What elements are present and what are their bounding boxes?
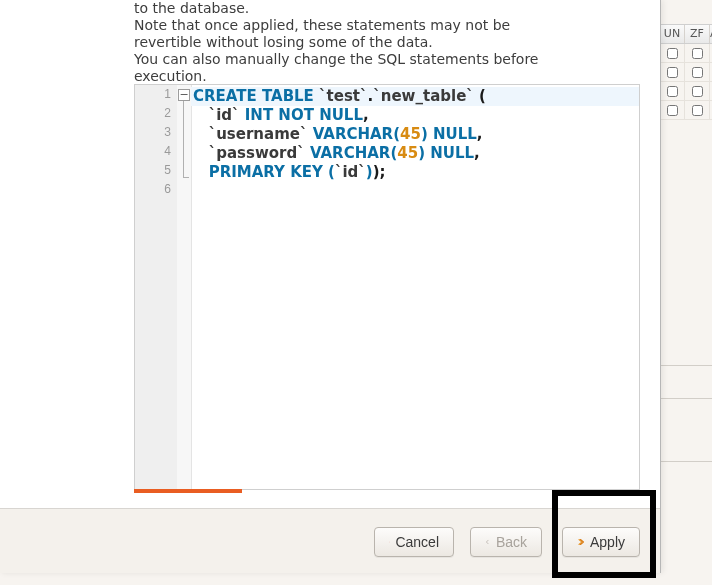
dialog-description: to the database. Note that once applied,… [134, 0, 638, 85]
apply-button[interactable]: Apply [562, 527, 640, 557]
dialog-button-bar: Cancel Back Apply [0, 508, 660, 573]
flag-checkbox[interactable] [667, 67, 678, 78]
flag-checkbox[interactable] [667, 105, 678, 116]
line-number: 6 [135, 180, 177, 199]
code-line [191, 182, 639, 201]
info-line: execution. [134, 68, 638, 85]
apply-icon [577, 535, 584, 549]
code-line: `username` VARCHAR(45) NULL, [191, 125, 639, 144]
flag-checkbox[interactable] [692, 105, 703, 116]
bg-separator [660, 398, 712, 399]
line-number: 5 [135, 161, 177, 180]
code-line: `password` VARCHAR(45) NULL, [191, 144, 639, 163]
grid-row [660, 63, 712, 82]
info-line: revertible without losing some of the da… [134, 34, 638, 51]
info-line: You can also manually change the SQL sta… [134, 51, 638, 68]
info-line: Note that once applied, these statements… [134, 17, 638, 34]
apply-label: Apply [590, 534, 625, 550]
cancel-button[interactable]: Cancel [374, 527, 454, 557]
grid-header-zf: ZF [685, 25, 710, 43]
line-number-gutter: 1 2 3 4 5 6 [135, 85, 178, 489]
line-number: 3 [135, 123, 177, 142]
fold-guide [183, 101, 184, 177]
back-button: Back [470, 527, 542, 557]
flag-checkbox[interactable] [667, 48, 678, 59]
code-area[interactable]: CREATE TABLE `test`.`new_table` ( `id` I… [191, 85, 639, 489]
flag-checkbox[interactable] [692, 67, 703, 78]
apply-sql-dialog: to the database. Note that once applied,… [0, 0, 661, 573]
flag-checkbox[interactable] [667, 86, 678, 97]
flag-checkbox[interactable] [692, 86, 703, 97]
grid-header-un: UN [660, 25, 685, 43]
flag-checkbox[interactable] [692, 48, 703, 59]
info-line: to the database. [134, 0, 638, 17]
code-line: PRIMARY KEY (`id`)); [191, 163, 639, 182]
fold-column: − [177, 85, 192, 489]
code-line: `id` INT NOT NULL, [191, 106, 639, 125]
grid-row [660, 101, 712, 120]
fold-guide-end [183, 177, 189, 178]
grid-row [660, 44, 712, 63]
sql-editor[interactable]: 1 2 3 4 5 6 − CREATE TABLE `test`.`new_t… [134, 84, 640, 490]
back-icon [485, 535, 490, 549]
fold-toggle-icon[interactable]: − [178, 89, 190, 101]
line-number: 1 [135, 85, 177, 104]
progress-underline [134, 489, 242, 493]
cancel-label: Cancel [395, 534, 439, 550]
code-line: CREATE TABLE `test`.`new_table` ( [191, 87, 639, 106]
line-number: 2 [135, 104, 177, 123]
grid-header: UN ZF A [660, 24, 712, 44]
grid-row [660, 82, 712, 101]
line-number: 4 [135, 142, 177, 161]
column-flags-grid: UN ZF A [660, 24, 712, 120]
bg-separator [660, 365, 712, 366]
back-label: Back [496, 534, 527, 550]
bg-separator [660, 461, 712, 462]
